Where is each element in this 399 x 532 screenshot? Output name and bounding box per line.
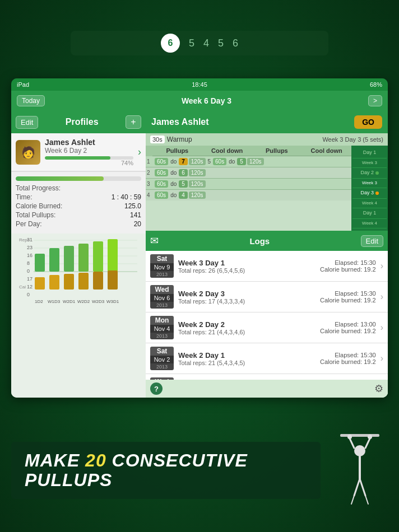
- wk-nav-day1[interactable]: Day 1: [352, 148, 387, 158]
- add-profile-button[interactable]: +: [126, 115, 141, 129]
- svg-rect-18: [78, 244, 89, 272]
- svg-rect-16: [49, 248, 59, 272]
- log-reps-3: Total reps: 21 (4,4,3,4,6): [178, 329, 316, 335]
- log-item-4[interactable]: Sat Nov 2 2013 Week 2 Day 1 Total reps: …: [146, 343, 388, 374]
- profile-chevron-icon: ›: [138, 146, 141, 158]
- wk-nav-week3-1: Week 3: [352, 158, 387, 168]
- row-4-num: 4: [147, 192, 154, 198]
- log-title-4: Week 2 Day 1: [178, 351, 316, 360]
- row-1-count2: 5: [237, 158, 246, 165]
- go-button[interactable]: GO: [354, 115, 382, 129]
- row-4-rest1: 120s: [189, 192, 206, 199]
- promo-area: MAKE 20 CONSECUTIVEPULLUPS: [0, 409, 399, 532]
- svg-line-37: [365, 438, 370, 448]
- side-week-nav: Day 1 Week 3 Day 2 Week 3 Day 3 Week 4 D…: [351, 146, 388, 231]
- exercise-row-3: 3 60s do 5 120s: [146, 179, 351, 190]
- log-list[interactable]: Sat Nov 9 2013 Week 3 Day 1 Total reps: …: [146, 251, 388, 380]
- settings-icon[interactable]: ⚙: [374, 382, 383, 395]
- wk-nav-week3-2: Week 3: [352, 179, 387, 188]
- row-1-set: 5: [207, 158, 212, 165]
- wk-nav-day1-w4[interactable]: Day 1: [352, 208, 387, 219]
- mail-icon[interactable]: ✉: [150, 235, 159, 247]
- svg-rect-21: [35, 277, 45, 290]
- row-4-count1: 4: [179, 192, 188, 199]
- log-meta-2: Elapsed: 15:30 Calorie burned: 19.2: [320, 290, 376, 304]
- app-top-nav: Today Week 6 Day 3 >: [11, 91, 388, 111]
- svg-rect-15: [35, 254, 45, 272]
- logs-edit-button[interactable]: Edit: [361, 235, 383, 247]
- log-item-1[interactable]: Sat Nov 9 2013 Week 3 Day 1 Total reps: …: [146, 251, 388, 282]
- svg-text:0: 0: [27, 268, 30, 274]
- row-2-count1: 6: [179, 169, 188, 176]
- log-title-3: Week 2 Day 2: [178, 320, 316, 329]
- svg-text:8: 8: [27, 260, 30, 266]
- svg-text:16: 16: [27, 253, 33, 258]
- log-datenum-1: Nov 9: [150, 263, 174, 271]
- log-date-2: Wed Nov 6 2013: [150, 285, 174, 309]
- step-4-label: 5: [218, 38, 224, 49]
- svg-line-42: [351, 496, 354, 504]
- wk-nav-day2[interactable]: Day 2: [352, 168, 387, 179]
- row-4-sec1: 60s: [155, 192, 168, 199]
- log-elapsed-3: Elapsed: 13:00: [320, 321, 376, 328]
- wk-nav-day3[interactable]: Day 3: [352, 188, 387, 199]
- back-button[interactable]: Today: [17, 95, 45, 106]
- stat-row-perday: Per Day: 20: [16, 220, 141, 228]
- exercise-row-1: 1 60s do 7 120s 5 60s do 5 120s: [146, 156, 351, 167]
- svg-text:17: 17: [27, 276, 33, 282]
- log-calories-2: Calorie burned: 19.2: [320, 297, 376, 304]
- profile-pct: 74%: [45, 160, 133, 166]
- status-bar: iPad 18:45 68%: [11, 78, 388, 91]
- status-battery: 68%: [370, 81, 382, 88]
- stats-section: Total Progress: Time: 1 : 40 : 59 Calori…: [11, 171, 146, 234]
- log-meta-1: Elapsed: 15:30 Calorie burned: 19.2: [320, 259, 376, 273]
- promo-text-box: MAKE 20 CONSECUTIVEPULLUPS: [11, 442, 321, 499]
- stat-row-progress: Total Progress:: [16, 184, 141, 192]
- svg-text:23: 23: [27, 245, 33, 250]
- stat-perday-label: Per Day:: [16, 220, 42, 228]
- log-dayname-2: Wed: [150, 285, 174, 294]
- stat-row-time: Time: 1 : 40 : 59: [16, 193, 141, 201]
- svg-line-40: [354, 479, 360, 496]
- log-info-2: Week 2 Day 3 Total reps: 17 (4,3,3,3,4): [178, 290, 316, 305]
- right-panel: James Ashlet GO 30s Warmup Week 3 Day 3 …: [146, 111, 388, 398]
- log-meta-4: Elapsed: 15:30 Calorie burned: 19.2: [320, 352, 376, 365]
- warmup-row: 30s Warmup Week 3 Day 3 (5 sets): [146, 133, 388, 146]
- forward-button[interactable]: >: [368, 95, 382, 106]
- row-2-sec1: 60s: [155, 169, 168, 176]
- log-reps-2: Total reps: 17 (4,3,3,3,4): [178, 298, 316, 305]
- profile-item[interactable]: 🧑 James Ashlet Week 6 Day 2 74% ›: [11, 133, 146, 171]
- svg-rect-19: [93, 241, 103, 272]
- profiles-title: Profiles: [66, 117, 99, 127]
- row-2-num: 2: [147, 170, 154, 176]
- log-info-4: Week 2 Day 1 Total reps: 21 (5,4,3,4,5): [178, 351, 316, 366]
- row-1-rest1: 120s: [189, 158, 206, 165]
- log-chevron-2: ›: [381, 292, 383, 302]
- row-4-do1: do: [169, 192, 178, 198]
- ipad-screen: iPad 18:45 68% Today Week 6 Day 3 > Edit…: [11, 78, 388, 398]
- help-icon[interactable]: ?: [150, 382, 163, 395]
- edit-profiles-button[interactable]: Edit: [16, 116, 38, 129]
- log-item-2[interactable]: Wed Nov 6 2013 Week 2 Day 3 Total reps: …: [146, 282, 388, 312]
- log-elapsed-1: Elapsed: 15:30: [320, 259, 376, 266]
- col-pullups-2: Pullups: [252, 146, 302, 156]
- row-1-sec1: 60s: [155, 158, 168, 165]
- log-year-3: 2013: [150, 333, 174, 339]
- log-item-5[interactable]: Wed Oct 30 2013 Week 1 Day 3 Total reps:…: [146, 374, 388, 380]
- svg-rect-25: [93, 272, 103, 290]
- svg-text:0: 0: [27, 292, 30, 297]
- logs-title: Logs: [249, 236, 270, 246]
- stat-time-label: Time:: [16, 193, 33, 201]
- promo-text: MAKE 20 CONSECUTIVEPULLUPS: [25, 451, 307, 490]
- row-3-sec1: 60s: [155, 180, 168, 188]
- row-3-rest1: 120s: [189, 180, 206, 188]
- log-datenum-4: Nov 2: [150, 356, 174, 363]
- log-elapsed-2: Elapsed: 15:30: [320, 290, 376, 297]
- stat-perday-value: 20: [134, 220, 141, 228]
- nav-week-title: Week 6 Day 3: [182, 96, 231, 105]
- svg-rect-24: [78, 273, 89, 290]
- log-item-3[interactable]: Mon Nov 4 2013 Week 2 Day 2 Total reps: …: [146, 312, 388, 343]
- chart-area: 31 23 16 8 0 Reps 17 12 0 Cal: [11, 234, 146, 398]
- svg-text:W2D2: W2D2: [77, 299, 90, 304]
- log-title-2: Week 2 Day 3: [178, 290, 316, 298]
